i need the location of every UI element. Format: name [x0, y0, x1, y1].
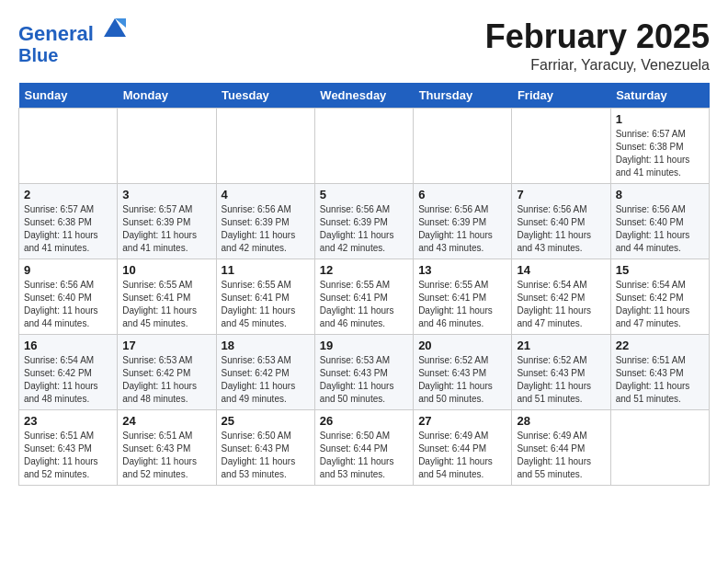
day-info: Sunrise: 6:56 AM Sunset: 6:40 PM Dayligh…	[616, 203, 704, 255]
logo: General Blue	[18, 22, 128, 65]
weekday-header-wednesday: Wednesday	[314, 83, 413, 109]
day-number: 6	[418, 188, 506, 201]
calendar-title: February 2025	[485, 18, 710, 55]
calendar-cell	[19, 108, 118, 183]
logo-text: General	[18, 22, 128, 45]
week-row-5: 23Sunrise: 6:51 AM Sunset: 6:43 PM Dayli…	[19, 409, 710, 485]
day-number: 18	[222, 339, 310, 352]
calendar-cell	[610, 409, 709, 485]
day-info: Sunrise: 6:53 AM Sunset: 6:42 PM Dayligh…	[222, 354, 310, 406]
day-info: Sunrise: 6:53 AM Sunset: 6:43 PM Dayligh…	[320, 354, 408, 406]
day-number: 14	[517, 263, 605, 277]
calendar-cell	[414, 108, 512, 183]
day-number: 16	[24, 339, 112, 352]
day-info: Sunrise: 6:57 AM Sunset: 6:39 PM Dayligh…	[122, 203, 210, 255]
day-number: 9	[24, 263, 112, 277]
day-number: 11	[222, 263, 310, 277]
day-number: 28	[517, 414, 605, 428]
calendar-table: SundayMondayTuesdayWednesdayThursdayFrid…	[18, 83, 710, 486]
calendar-cell: 18Sunrise: 6:53 AM Sunset: 6:42 PM Dayli…	[216, 334, 314, 409]
calendar-cell: 8Sunrise: 6:56 AM Sunset: 6:40 PM Daylig…	[610, 183, 709, 259]
week-row-2: 2Sunrise: 6:57 AM Sunset: 6:38 PM Daylig…	[19, 183, 710, 259]
weekday-header-monday: Monday	[118, 83, 216, 109]
day-info: Sunrise: 6:51 AM Sunset: 6:43 PM Dayligh…	[24, 430, 112, 481]
day-info: Sunrise: 6:51 AM Sunset: 6:43 PM Dayligh…	[122, 430, 210, 481]
logo-blue: Blue	[18, 45, 128, 65]
day-info: Sunrise: 6:56 AM Sunset: 6:40 PM Dayligh…	[517, 203, 605, 255]
calendar-cell: 24Sunrise: 6:51 AM Sunset: 6:43 PM Dayli…	[118, 409, 216, 485]
page-header: General Blue February 2025 Farriar, Yara…	[18, 18, 710, 74]
day-number: 20	[418, 339, 506, 352]
day-info: Sunrise: 6:50 AM Sunset: 6:44 PM Dayligh…	[320, 430, 408, 481]
calendar-cell: 1Sunrise: 6:57 AM Sunset: 6:38 PM Daylig…	[610, 108, 709, 183]
day-number: 8	[616, 188, 704, 201]
weekday-header-sunday: Sunday	[19, 83, 118, 109]
weekday-header-friday: Friday	[512, 83, 610, 109]
logo-icon	[102, 15, 128, 40]
day-info: Sunrise: 6:55 AM Sunset: 6:41 PM Dayligh…	[418, 279, 506, 330]
day-info: Sunrise: 6:57 AM Sunset: 6:38 PM Dayligh…	[24, 203, 112, 255]
day-number: 1	[616, 112, 704, 126]
day-info: Sunrise: 6:53 AM Sunset: 6:42 PM Dayligh…	[122, 354, 210, 406]
calendar-cell	[118, 108, 216, 183]
day-number: 10	[122, 263, 210, 277]
day-info: Sunrise: 6:54 AM Sunset: 6:42 PM Dayligh…	[24, 354, 112, 406]
calendar-cell: 6Sunrise: 6:56 AM Sunset: 6:39 PM Daylig…	[414, 183, 512, 259]
calendar-cell: 23Sunrise: 6:51 AM Sunset: 6:43 PM Dayli…	[19, 409, 118, 485]
calendar-cell: 10Sunrise: 6:55 AM Sunset: 6:41 PM Dayli…	[118, 259, 216, 334]
weekday-header-tuesday: Tuesday	[216, 83, 314, 109]
calendar-cell: 26Sunrise: 6:50 AM Sunset: 6:44 PM Dayli…	[314, 409, 413, 485]
day-info: Sunrise: 6:54 AM Sunset: 6:42 PM Dayligh…	[616, 279, 704, 330]
day-number: 27	[418, 414, 506, 428]
calendar-cell: 7Sunrise: 6:56 AM Sunset: 6:40 PM Daylig…	[512, 183, 610, 259]
calendar-cell: 2Sunrise: 6:57 AM Sunset: 6:38 PM Daylig…	[19, 183, 118, 259]
day-info: Sunrise: 6:49 AM Sunset: 6:44 PM Dayligh…	[517, 430, 605, 481]
day-number: 24	[122, 414, 210, 428]
calendar-cell	[216, 108, 314, 183]
calendar-cell: 21Sunrise: 6:52 AM Sunset: 6:43 PM Dayli…	[512, 334, 610, 409]
calendar-cell: 5Sunrise: 6:56 AM Sunset: 6:39 PM Daylig…	[314, 183, 413, 259]
logo-general: General	[18, 22, 94, 45]
weekday-header-thursday: Thursday	[414, 83, 512, 109]
calendar-cell: 17Sunrise: 6:53 AM Sunset: 6:42 PM Dayli…	[118, 334, 216, 409]
calendar-cell: 9Sunrise: 6:56 AM Sunset: 6:40 PM Daylig…	[19, 259, 118, 334]
calendar-cell: 19Sunrise: 6:53 AM Sunset: 6:43 PM Dayli…	[314, 334, 413, 409]
day-number: 17	[122, 339, 210, 352]
day-info: Sunrise: 6:52 AM Sunset: 6:43 PM Dayligh…	[418, 354, 506, 406]
title-section: February 2025 Farriar, Yaracuy, Venezuel…	[485, 18, 710, 74]
calendar-cell: 25Sunrise: 6:50 AM Sunset: 6:43 PM Dayli…	[216, 409, 314, 485]
day-info: Sunrise: 6:56 AM Sunset: 6:39 PM Dayligh…	[320, 203, 408, 255]
weekday-header-row: SundayMondayTuesdayWednesdayThursdayFrid…	[19, 83, 710, 109]
day-number: 23	[24, 414, 112, 428]
calendar-cell: 16Sunrise: 6:54 AM Sunset: 6:42 PM Dayli…	[19, 334, 118, 409]
day-info: Sunrise: 6:54 AM Sunset: 6:42 PM Dayligh…	[517, 279, 605, 330]
day-number: 4	[222, 188, 310, 201]
week-row-1: 1Sunrise: 6:57 AM Sunset: 6:38 PM Daylig…	[19, 108, 710, 183]
day-number: 25	[222, 414, 310, 428]
day-info: Sunrise: 6:55 AM Sunset: 6:41 PM Dayligh…	[320, 279, 408, 330]
day-info: Sunrise: 6:57 AM Sunset: 6:38 PM Dayligh…	[616, 128, 704, 179]
day-info: Sunrise: 6:56 AM Sunset: 6:39 PM Dayligh…	[418, 203, 506, 255]
calendar-cell: 28Sunrise: 6:49 AM Sunset: 6:44 PM Dayli…	[512, 409, 610, 485]
calendar-cell: 11Sunrise: 6:55 AM Sunset: 6:41 PM Dayli…	[216, 259, 314, 334]
week-row-3: 9Sunrise: 6:56 AM Sunset: 6:40 PM Daylig…	[19, 259, 710, 334]
calendar-cell: 3Sunrise: 6:57 AM Sunset: 6:39 PM Daylig…	[118, 183, 216, 259]
day-number: 5	[320, 188, 408, 201]
day-info: Sunrise: 6:50 AM Sunset: 6:43 PM Dayligh…	[222, 430, 310, 481]
day-number: 2	[24, 188, 112, 201]
calendar-cell	[314, 108, 413, 183]
day-number: 22	[616, 339, 704, 352]
day-number: 15	[616, 263, 704, 277]
calendar-cell: 15Sunrise: 6:54 AM Sunset: 6:42 PM Dayli…	[610, 259, 709, 334]
day-number: 13	[418, 263, 506, 277]
day-info: Sunrise: 6:49 AM Sunset: 6:44 PM Dayligh…	[418, 430, 506, 481]
day-number: 19	[320, 339, 408, 352]
week-row-4: 16Sunrise: 6:54 AM Sunset: 6:42 PM Dayli…	[19, 334, 710, 409]
day-info: Sunrise: 6:55 AM Sunset: 6:41 PM Dayligh…	[122, 279, 210, 330]
calendar-cell: 20Sunrise: 6:52 AM Sunset: 6:43 PM Dayli…	[414, 334, 512, 409]
weekday-header-saturday: Saturday	[610, 83, 709, 109]
calendar-cell: 14Sunrise: 6:54 AM Sunset: 6:42 PM Dayli…	[512, 259, 610, 334]
day-info: Sunrise: 6:56 AM Sunset: 6:39 PM Dayligh…	[222, 203, 310, 255]
day-info: Sunrise: 6:55 AM Sunset: 6:41 PM Dayligh…	[222, 279, 310, 330]
day-number: 7	[517, 188, 605, 201]
